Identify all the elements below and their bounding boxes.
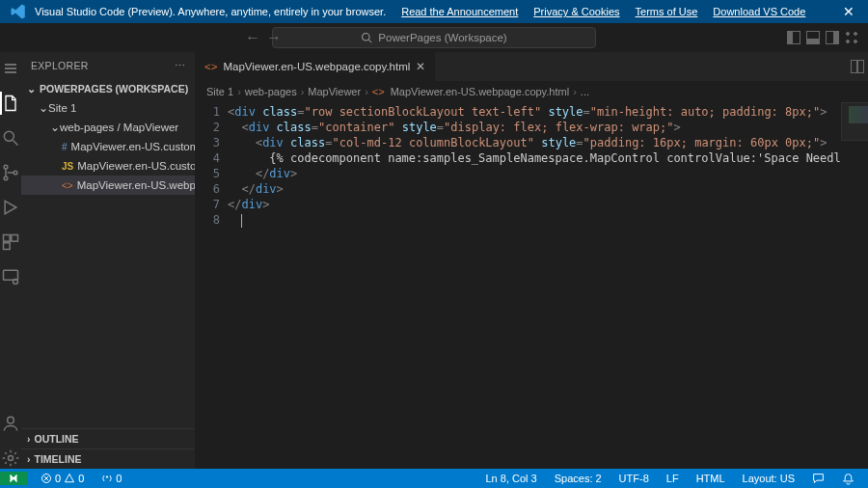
breadcrumb-item[interactable]: MapViewer (308, 86, 361, 97)
info-banner: Visual Studio Code (Preview). Anywhere, … (0, 0, 868, 23)
layout-customize-icon[interactable] (845, 31, 858, 44)
layout-bottom-icon[interactable] (806, 31, 820, 44)
banner-link-terms[interactable]: Terms of Use (636, 6, 698, 17)
top-bar: ← → PowerPages (Workspace) (0, 23, 868, 52)
outline-label: OUTLINE (35, 433, 79, 445)
timeline-section-header[interactable]: › TIMELINE (21, 448, 195, 469)
source-control-icon[interactable] (0, 162, 21, 183)
svg-point-12 (8, 417, 14, 423)
svg-line-3 (14, 141, 18, 146)
sidebar-title: EXPLORER (31, 60, 89, 71)
banner-text: Visual Studio Code (Preview). Anywhere, … (35, 6, 386, 17)
chevron-down-icon: ⌄ (50, 121, 60, 134)
breadcrumb-item[interactable]: ... (581, 86, 589, 97)
minimap-viewport[interactable] (841, 102, 868, 141)
status-bar: 0 0 0 Ln 8, Col 3 Spaces: 2 UTF-8 LF HTM… (0, 469, 868, 488)
indentation-status[interactable]: Spaces: 2 (551, 473, 606, 484)
activity-bar (0, 52, 21, 469)
svg-rect-9 (4, 243, 11, 250)
banner-link-download[interactable]: Download VS Code (713, 6, 805, 17)
run-debug-icon[interactable] (0, 197, 21, 218)
feedback-icon[interactable] (808, 473, 828, 485)
svg-point-6 (14, 171, 17, 175)
error-icon (41, 473, 52, 484)
split-editor-icon[interactable] (851, 60, 864, 73)
radio-tower-icon (101, 473, 113, 484)
tab-close-icon[interactable]: ✕ (416, 60, 425, 73)
accounts-icon[interactable] (0, 413, 21, 434)
svg-point-5 (4, 176, 8, 180)
banner-link-privacy[interactable]: Privacy & Cookies (533, 6, 619, 17)
keyboard-layout[interactable]: Layout: US (739, 473, 799, 484)
menu-icon[interactable] (0, 58, 21, 79)
tree-file[interactable]: <> MapViewer.en-US.webpag... (21, 176, 195, 195)
tree-folder-site[interactable]: ⌄ Site 1 (21, 98, 195, 118)
explorer-icon[interactable] (0, 93, 21, 114)
html-file-icon: <> (204, 61, 217, 72)
tab-label: MapViewer.en-US.webpage.copy.html (223, 61, 410, 72)
file-label: MapViewer.en-US.customj... (77, 160, 195, 172)
svg-rect-8 (12, 235, 18, 242)
banner-close-icon[interactable]: ✕ (839, 4, 858, 19)
search-icon (361, 32, 372, 43)
editor-group: <> MapViewer.en-US.webpage.copy.html ✕ ⋯… (195, 52, 868, 469)
outline-section-header[interactable]: › OUTLINE (21, 428, 195, 448)
svg-point-17 (106, 475, 108, 477)
chevron-right-icon: › (27, 453, 31, 465)
chevron-down-icon: ⌄ (27, 83, 36, 95)
remote-explorer-icon[interactable] (0, 266, 21, 287)
warning-icon (64, 473, 75, 484)
sidebar-more-icon[interactable]: ⋯ (175, 60, 185, 71)
file-tree: ⌄ Site 1 ⌄ web-pages / MapViewer # MapVi… (21, 98, 195, 428)
layout-right-icon[interactable] (826, 31, 839, 44)
breadcrumb-item[interactable]: web-pages (245, 86, 297, 97)
cursor-position[interactable]: Ln 8, Col 3 (481, 473, 540, 484)
tree-file[interactable]: JS MapViewer.en-US.customj... (21, 156, 195, 176)
vscode-logo-icon (10, 3, 27, 20)
svg-point-0 (363, 34, 370, 41)
timeline-label: TIMELINE (35, 453, 82, 465)
notifications-icon[interactable] (838, 473, 858, 485)
tree-file[interactable]: # MapViewer.en-US.customc... (21, 137, 195, 156)
svg-line-1 (369, 40, 372, 42)
breadcrumb-item[interactable]: MapViewer.en-US.webpage.copy.html (391, 86, 569, 97)
workspace-section-header[interactable]: ⌄ POWERPAGES (WORKSPACE) (21, 79, 195, 98)
editor-tabs: <> MapViewer.en-US.webpage.copy.html ✕ ⋯ (195, 52, 868, 81)
explorer-sidebar: EXPLORER ⋯ ⌄ POWERPAGES (WORKSPACE) ⌄ Si… (21, 52, 195, 469)
tree-folder-webpages[interactable]: ⌄ web-pages / MapViewer (21, 118, 195, 137)
file-label: MapViewer.en-US.webpag... (77, 179, 195, 191)
html-file-icon: <> (62, 180, 73, 191)
command-center[interactable]: PowerPages (Workspace) (272, 27, 596, 48)
workspace-name: POWERPAGES (WORKSPACE) (40, 83, 188, 95)
folder-label: web-pages / MapViewer (60, 122, 178, 133)
line-numbers: 12345678 (195, 102, 228, 469)
nav-back-icon[interactable]: ← (245, 29, 260, 46)
chevron-right-icon: › (27, 433, 31, 445)
folder-label: Site 1 (48, 102, 76, 114)
svg-rect-7 (4, 235, 11, 242)
breadcrumbs[interactable]: Site 1› web-pages› MapViewer› <> MapView… (195, 81, 868, 102)
remote-indicator[interactable] (0, 472, 27, 485)
settings-gear-icon[interactable] (0, 447, 21, 469)
command-center-label: PowerPages (Workspace) (378, 32, 506, 43)
eol-status[interactable]: LF (663, 473, 683, 484)
extensions-icon[interactable] (0, 231, 21, 253)
layout-left-icon[interactable] (787, 31, 800, 44)
svg-point-11 (14, 280, 18, 285)
breadcrumb-item[interactable]: Site 1 (206, 86, 233, 97)
code-editor[interactable]: <div class="row sectionBlockLayout text-… (228, 102, 841, 469)
nav-forward-icon[interactable]: → (266, 29, 282, 46)
css-file-icon: # (62, 142, 68, 152)
svg-point-4 (4, 165, 8, 169)
editor-tab[interactable]: <> MapViewer.en-US.webpage.copy.html ✕ (195, 52, 436, 81)
minimap[interactable] (841, 102, 868, 469)
encoding-status[interactable]: UTF-8 (615, 473, 653, 484)
search-activity-icon[interactable] (0, 127, 21, 149)
js-file-icon: JS (62, 161, 73, 172)
text-cursor (241, 214, 242, 228)
ports-status[interactable]: 0 (97, 473, 125, 484)
problems-status[interactable]: 0 0 (37, 473, 88, 484)
svg-point-2 (4, 131, 14, 141)
language-mode[interactable]: HTML (692, 473, 729, 484)
banner-link-announcement[interactable]: Read the Announcement (401, 6, 518, 17)
